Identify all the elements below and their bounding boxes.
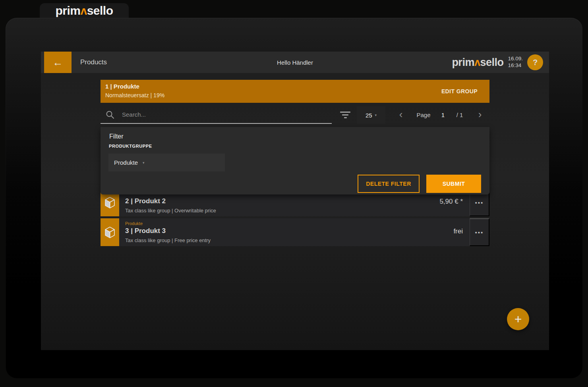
search-input[interactable] — [101, 106, 332, 123]
product-cube-icon — [104, 197, 115, 208]
plus-icon: + — [514, 312, 522, 326]
caret-down-icon: ▾ — [143, 161, 145, 165]
product-row[interactable]: Produkte 3 | Produkt 3 Tax class like gr… — [101, 218, 489, 246]
product-subtitle: Tax class like group | Free price entry — [125, 237, 211, 243]
delete-filter-button[interactable]: DELETE FILTER — [358, 175, 420, 193]
search-field — [101, 106, 332, 124]
caret-down-icon: ▾ — [375, 113, 377, 117]
datetime-display: 16.09. 16:34 — [508, 56, 523, 69]
product-group-dropdown[interactable]: Produkte ▾ — [108, 154, 225, 171]
product-group-label: Produkte — [125, 221, 143, 226]
brand-logo: primʌsello — [55, 4, 113, 17]
time-text: 16:34 — [508, 62, 523, 69]
more-options-icon: ••• — [475, 199, 484, 206]
page-size-select[interactable]: 25 ▾ — [357, 106, 385, 124]
more-options-icon: ••• — [475, 229, 484, 236]
app-screen: ← Products Hello Händler primʌsello 16.0… — [41, 52, 549, 350]
filter-icon[interactable] — [340, 112, 351, 119]
product-price: 5,90 € * — [439, 198, 463, 206]
prev-page-button[interactable]: ‹ — [399, 106, 403, 124]
browser-tab: primʌsello — [40, 3, 129, 18]
product-title: 2 | Produkt 2 — [125, 197, 166, 205]
page-title: Products — [80, 52, 107, 73]
help-button[interactable]: ? — [527, 54, 543, 70]
group-title: 1 | Produkte — [105, 83, 139, 90]
submit-button[interactable]: SUBMIT — [426, 175, 481, 193]
filter-panel-title: Filter — [109, 133, 124, 140]
group-subtitle: Normalsteuersatz | 19% — [105, 92, 164, 98]
brand-accent-glyph: ʌ — [474, 56, 480, 68]
product-price: frei — [453, 227, 463, 235]
pagination-current: 1 — [441, 106, 445, 124]
edit-group-button[interactable]: EDIT GROUP — [441, 80, 478, 103]
product-subtitle: Tax class like group | Overwritable pric… — [125, 208, 216, 214]
header-right-group: primʌsello 16.09. 16:34 ? — [452, 52, 543, 73]
brand-accent-glyph: ʌ — [80, 4, 87, 17]
product-title: 3 | Produkt 3 — [125, 227, 166, 235]
product-group-dropdown-value: Produkte — [114, 159, 138, 166]
group-banner: 1 | Produkte Normalsteuersatz | 19% EDIT… — [101, 80, 489, 103]
row-menu-button[interactable]: ••• — [470, 218, 489, 246]
date-text: 16.09. — [508, 56, 523, 62]
search-icon — [106, 110, 115, 119]
filter-panel: Filter PRODUKTGRUPPE Produkte ▾ DELETE F… — [101, 127, 489, 194]
page-size-value: 25 — [366, 112, 372, 119]
product-stripe — [101, 218, 119, 246]
next-page-button[interactable]: › — [478, 106, 482, 124]
pagination-total: / 1 — [456, 106, 463, 124]
back-arrow-icon: ← — [53, 57, 63, 67]
back-button[interactable]: ← — [44, 52, 72, 73]
header-brand-logo: primʌsello — [452, 56, 503, 69]
app-window: ← Products Hello Händler primʌsello 16.0… — [6, 18, 582, 378]
product-group-field-label: PRODUKTGRUPPE — [109, 144, 152, 148]
add-product-button[interactable]: + — [507, 308, 529, 330]
product-cube-icon — [104, 227, 115, 238]
pagination-label: Page — [416, 106, 430, 124]
header-bar: ← Products Hello Händler primʌsello 16.0… — [41, 52, 549, 73]
